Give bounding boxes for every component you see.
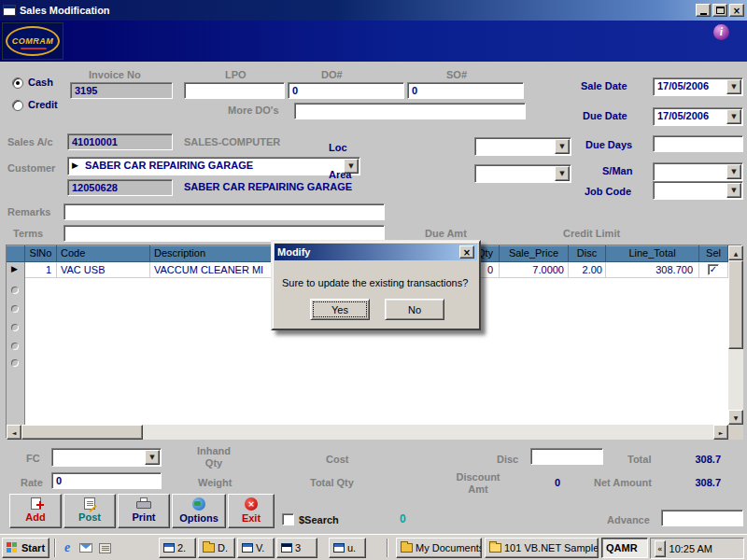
dialog-close-button[interactable]: × xyxy=(459,245,474,259)
taskbar-window-button-4[interactable]: 3 xyxy=(276,538,317,558)
area-dropdown[interactable]: ▼ xyxy=(474,164,571,183)
open-folder-icon xyxy=(489,543,501,553)
sale-date-picker[interactable]: 17/05/2006 ▼ xyxy=(653,77,743,96)
total-label: Total xyxy=(627,454,651,465)
company-logo-text: COMRAM xyxy=(12,36,54,46)
window-app-icon xyxy=(163,543,175,553)
taskbar-button-vbnet-samples[interactable]: 101 VB.NET Samples xyxy=(485,538,599,558)
windows-logo-icon xyxy=(7,542,19,553)
record-arrow-icon: ▶ xyxy=(72,161,78,170)
do-number-field[interactable]: 0 xyxy=(288,82,404,99)
area-dropdown-icon[interactable]: ▼ xyxy=(555,166,570,181)
so-number-field[interactable]: 0 xyxy=(407,82,524,99)
folder-icon xyxy=(203,543,215,553)
grid-cell-line-total[interactable]: 308.700 xyxy=(606,262,699,278)
taskbar-window-button-1[interactable]: 2. xyxy=(159,538,196,558)
grid-corner-cell xyxy=(7,245,25,262)
taskbar-button-qamr[interactable]: QAMR xyxy=(601,538,648,558)
taskbar-window-button-5[interactable]: u. xyxy=(329,538,366,558)
advance-field[interactable] xyxy=(661,510,743,526)
show-desktop-icon[interactable] xyxy=(97,540,112,555)
due-date-dropdown-icon[interactable]: ▼ xyxy=(726,109,741,124)
sman-dropdown-icon[interactable]: ▼ xyxy=(726,164,741,179)
fc-label: FC xyxy=(26,453,40,464)
search-checkbox[interactable] xyxy=(282,513,294,525)
grid-cell-slno[interactable]: 1 xyxy=(25,262,57,278)
info-icon[interactable]: i xyxy=(713,24,729,40)
grid-header-sel[interactable]: Sel xyxy=(699,245,728,262)
due-days-field[interactable] xyxy=(653,135,743,152)
exit-button[interactable]: × Exit xyxy=(228,494,275,528)
due-date-label: Due Date xyxy=(583,110,627,121)
fc-dropdown[interactable]: ▼ xyxy=(51,448,162,467)
total-value: 308.7 xyxy=(663,454,721,465)
lpo-field[interactable] xyxy=(184,82,285,99)
grid-vertical-scrollbar[interactable]: ▲ ▼ xyxy=(728,245,743,425)
grid-header-line-total[interactable]: Line_Total xyxy=(606,245,699,262)
scroll-left-icon[interactable]: ◄ xyxy=(7,425,21,440)
yes-button[interactable]: Yes xyxy=(310,299,370,320)
no-button[interactable]: No xyxy=(385,299,444,320)
globe-icon xyxy=(192,497,205,511)
customer-combo[interactable]: ▶ SABER CAR REPAIRING GARAGE ▼ xyxy=(67,157,360,175)
record-selector-column[interactable]: ▶ xyxy=(7,262,25,425)
disc-field[interactable] xyxy=(530,448,603,465)
horizontal-scroll-thumb[interactable] xyxy=(21,425,143,440)
vertical-scroll-thumb[interactable] xyxy=(728,260,743,349)
loc-dropdown-icon[interactable]: ▼ xyxy=(555,139,570,154)
maximize-button[interactable] xyxy=(712,4,727,17)
sale-date-label: Sale Date xyxy=(581,80,627,91)
taskbar-window-button-2[interactable]: D. xyxy=(198,538,235,558)
job-code-dropdown-icon[interactable]: ▼ xyxy=(726,183,741,198)
scroll-up-icon[interactable]: ▲ xyxy=(728,245,743,260)
taskbar-clock[interactable]: 10:25 AM xyxy=(669,543,712,554)
scroll-down-icon[interactable]: ▼ xyxy=(728,410,743,425)
window-titlebar[interactable]: Sales Modification × xyxy=(0,0,747,21)
header-band: COMRAM xyxy=(0,21,747,62)
window-icon xyxy=(3,5,16,16)
grid-horizontal-scrollbar[interactable]: ◄ ► xyxy=(7,425,728,440)
scroll-right-icon[interactable]: ► xyxy=(713,425,728,440)
minimize-button[interactable] xyxy=(696,4,711,17)
tray-collapse-icon[interactable]: « xyxy=(655,540,666,557)
scrollbar-corner xyxy=(728,425,743,440)
grid-cell-code[interactable]: VAC USB xyxy=(57,262,150,278)
more-dos-field[interactable] xyxy=(294,103,526,119)
dialog-titlebar[interactable]: Modify × xyxy=(275,244,477,260)
credit-radio[interactable] xyxy=(12,100,23,111)
grid-header-disc[interactable]: Disc xyxy=(569,245,606,262)
advance-label: Advance xyxy=(607,514,650,525)
taskbar-window-button-3[interactable]: V. xyxy=(237,538,275,558)
grid-header-slno[interactable]: SlNo xyxy=(25,245,57,262)
job-code-dropdown[interactable]: ▼ xyxy=(653,181,743,200)
customer-code-field: 12050628 xyxy=(67,179,173,196)
options-button[interactable]: Options xyxy=(172,494,226,528)
sman-dropdown[interactable]: ▼ xyxy=(653,162,743,181)
grid-cell-sel[interactable]: ✓ xyxy=(699,262,728,278)
close-button[interactable]: × xyxy=(729,4,744,17)
taskbar-button-my-documents[interactable]: My Documents xyxy=(396,538,482,558)
fc-dropdown-icon[interactable]: ▼ xyxy=(145,450,160,465)
remarks-field[interactable] xyxy=(63,203,385,220)
internet-explorer-icon[interactable]: e xyxy=(60,540,75,555)
cash-radio[interactable] xyxy=(12,77,23,89)
loc-dropdown[interactable]: ▼ xyxy=(474,137,571,156)
start-button[interactable]: Start xyxy=(2,538,49,558)
grid-cell-disc[interactable]: 2.00 xyxy=(569,262,606,278)
inhand-qty-label: Inhand Qty xyxy=(191,445,236,469)
add-button[interactable]: Add xyxy=(9,494,62,528)
outlook-express-icon[interactable] xyxy=(78,540,93,555)
post-button[interactable]: Post xyxy=(63,494,116,528)
grid-cell-sale-price[interactable]: 7.0000 xyxy=(500,262,569,278)
rate-field[interactable]: 0 xyxy=(51,472,162,489)
sale-date-dropdown-icon[interactable]: ▼ xyxy=(726,79,741,94)
post-icon xyxy=(84,497,95,510)
modify-dialog[interactable]: Modify × Sure to update the existing tra… xyxy=(271,240,481,330)
row-selected-checkbox[interactable]: ✓ xyxy=(708,264,719,275)
discount-amt-value: 0 xyxy=(523,477,560,488)
remarks-label: Remarks xyxy=(7,206,50,217)
due-date-picker[interactable]: 17/05/2006 ▼ xyxy=(653,107,743,126)
grid-header-sale-price[interactable]: Sale_Price xyxy=(500,245,569,262)
print-button[interactable]: Print xyxy=(118,494,170,528)
grid-header-code[interactable]: Code xyxy=(57,245,150,262)
